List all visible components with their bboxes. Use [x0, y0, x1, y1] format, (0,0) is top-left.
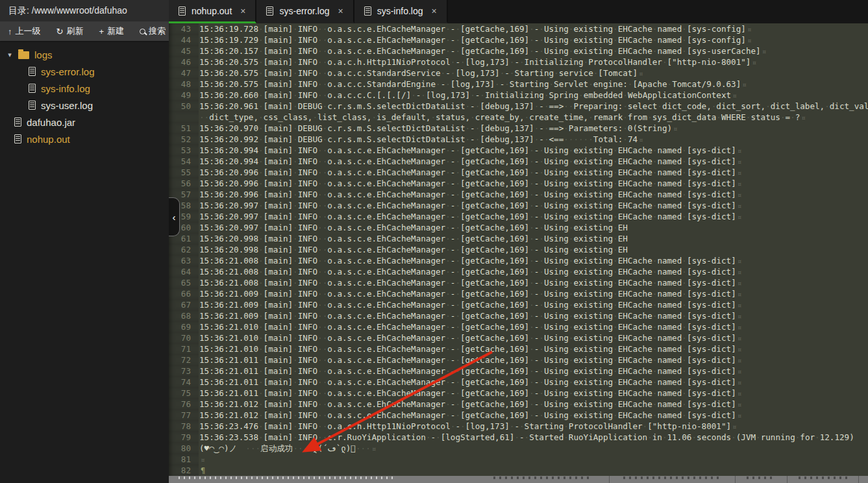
line-text: 15:36:20.970·[main]·DEBUG·c.r.s.m.S.sele…	[199, 123, 868, 134]
tab-label: nohup.out	[192, 6, 232, 16]
log-line[interactable]: 7015:36:21.010·[main]·INFO··o.a.s.c.e.Eh…	[169, 332, 868, 343]
refresh-button[interactable]: ↻ 刷新	[56, 25, 84, 37]
close-icon[interactable]: ×	[336, 6, 343, 16]
log-line[interactable]: 6715:36:21.009·[main]·INFO··o.a.s.c.e.Eh…	[169, 299, 868, 310]
line-number: 71	[169, 343, 199, 354]
log-line[interactable]: 7615:36:21.012·[main]·INFO··o.a.s.c.e.Eh…	[169, 399, 868, 410]
sidebar-toolbar: ↑ 上一级 ↻ 刷新 + 新建 搜索	[0, 21, 169, 41]
log-line[interactable]: ··dict_type,·css_class,·list_class,·is_d…	[169, 112, 868, 123]
log-line[interactable]: 5115:36:20.970·[main]·DEBUG·c.r.s.m.S.se…	[169, 123, 868, 134]
log-line[interactable]: 7415:36:21.011·[main]·INFO··o.a.s.c.e.Eh…	[169, 377, 868, 388]
close-icon[interactable]: ×	[429, 6, 437, 16]
log-line[interactable]: 4615:36:20.575·[main]·INFO··o.a.c.h.Http…	[169, 56, 868, 68]
line-text: 15:36:23.476·[main]·INFO··o.a.c.h.Http11…	[199, 421, 868, 432]
search-label: 搜索	[149, 25, 166, 37]
log-line[interactable]: 5315:36:20.994·[main]·INFO··o.a.s.c.e.Eh…	[169, 145, 868, 156]
log-line[interactable]: 5015:36:20.961·[main]·DEBUG·c.r.s.m.S.se…	[169, 101, 868, 112]
log-line[interactable]: 6915:36:21.010·[main]·INFO··o.a.s.c.e.Eh…	[169, 321, 868, 332]
log-line[interactable]: 7115:36:21.010·[main]·INFO··o.a.s.c.e.Eh…	[169, 343, 868, 354]
line-text: (♥◠‿◠)ノ゙···启动成功····ლ(´ڡ`ლ)゙···¤	[199, 443, 868, 454]
tab-sys-info.log[interactable]: sys-info.log×	[354, 0, 448, 23]
sidebar-collapse-handle[interactable]: ‹	[169, 197, 180, 236]
log-line[interactable]: 7915:36:23.538·[main]·INFO··c.r.RuoYiApp…	[169, 432, 868, 443]
tree-file-sys-user.log[interactable]: sys-user.log	[0, 97, 169, 114]
line-number: 67	[169, 299, 199, 310]
tree-item-label: logs	[34, 49, 53, 60]
log-line[interactable]: 5715:36:20.996·[main]·INFO··o.a.s.c.e.Eh…	[169, 189, 868, 200]
line-text: 15:36:20.575·[main]·INFO··o.a.c.h.Http11…	[199, 56, 868, 68]
log-line[interactable]: 6015:36:20.997·[main]·INFO··o.a.s.c.e.Eh…	[169, 222, 868, 233]
tree-file-sys-info.log[interactable]: sys-info.log	[0, 80, 169, 97]
log-line[interactable]: 4315:36:19.728·[main]·INFO··o.a.s.c.e.Eh…	[169, 23, 868, 34]
log-line[interactable]: 6615:36:21.009·[main]·INFO··o.a.s.c.e.Eh…	[169, 288, 868, 299]
log-line[interactable]: 4415:36:19.729·[main]·INFO··o.a.s.c.e.Eh…	[169, 34, 868, 45]
line-text: ··dict_type,·css_class,·list_class,·is_d…	[199, 112, 868, 123]
file-icon	[29, 67, 36, 76]
line-number: 48	[169, 79, 199, 90]
log-line[interactable]: 6415:36:21.008·[main]·INFO··o.a.s.c.e.Eh…	[169, 266, 868, 277]
line-text: 15:36:19.729·[main]·INFO··o.a.s.c.e.EhCa…	[199, 34, 868, 45]
log-line[interactable]: 4515:36:20.157·[main]·INFO··o.a.s.c.e.Eh…	[169, 45, 868, 56]
line-text: 15:36:21.011·[main]·INFO··o.a.s.c.e.EhCa…	[199, 377, 868, 388]
log-line[interactable]: 6115:36:20.998·[main]·INFO··o.a.s.c.e.Eh…	[169, 233, 868, 244]
log-line[interactable]: 80(♥◠‿◠)ノ゙···启动成功····ლ(´ڡ`ლ)゙···¤	[169, 443, 868, 454]
tree-folder-logs[interactable]: ▾logs	[0, 46, 169, 63]
new-file-button[interactable]: + 新建	[99, 25, 124, 37]
tab-strip: nohup.out×sys-error.log×sys-info.log×	[169, 0, 868, 23]
log-line[interactable]: 82¶	[169, 465, 868, 476]
log-line[interactable]: 5515:36:20.996·[main]·INFO··o.a.s.c.e.Eh…	[169, 167, 868, 178]
up-arrow-icon: ↑	[8, 27, 12, 36]
file-icon	[29, 101, 36, 110]
tree-file-dafuhao.jar[interactable]: dafuhao.jar	[0, 114, 169, 130]
line-text: 15:36:21.011·[main]·INFO··o.a.s.c.e.EhCa…	[199, 388, 868, 399]
log-line[interactable]: 5615:36:20.996·[main]·INFO··o.a.s.c.e.Eh…	[169, 178, 868, 189]
close-icon[interactable]: ×	[238, 6, 245, 16]
line-number: 56	[169, 178, 199, 189]
line-number: 81	[169, 454, 199, 465]
line-text: 15:36:23.538·[main]·INFO··c.r.RuoYiAppli…	[199, 432, 868, 443]
line-number: 69	[169, 321, 199, 332]
directory-bar: 目录: /www/wwwroot/dafuhao	[0, 0, 169, 21]
line-number: 54	[169, 156, 199, 167]
status-bar	[169, 476, 868, 483]
line-text: 15:36:20.998·[main]·INFO··o.a.s.c.e.EhCa…	[199, 233, 868, 244]
file-icon	[29, 84, 36, 93]
log-line[interactable]: 6515:36:21.008·[main]·INFO··o.a.s.c.e.Eh…	[169, 277, 868, 288]
tree-file-nohup.out[interactable]: nohup.out	[0, 130, 169, 147]
log-line[interactable]: 5415:36:20.994·[main]·INFO··o.a.s.c.e.Eh…	[169, 156, 868, 167]
tree-file-sys-error.log[interactable]: sys-error.log	[0, 63, 169, 80]
log-line[interactable]: 7815:36:23.476·[main]·INFO··o.a.c.h.Http…	[169, 421, 868, 432]
log-line[interactable]: 7315:36:21.011·[main]·INFO··o.a.s.c.e.Eh…	[169, 365, 868, 377]
log-line[interactable]: 7515:36:21.011·[main]·INFO··o.a.s.c.e.Eh…	[169, 388, 868, 399]
log-line[interactable]: 7715:36:21.012·[main]·INFO··o.a.s.c.e.Eh…	[169, 410, 868, 421]
line-number: 62	[169, 244, 199, 255]
log-editor[interactable]: 4315:36:19.728·[main]·INFO··o.a.s.c.e.Eh…	[169, 23, 868, 476]
up-level-button[interactable]: ↑ 上一级	[8, 25, 41, 37]
search-button[interactable]: 搜索	[140, 25, 166, 37]
log-line[interactable]: 6215:36:20.998·[main]·INFO··o.a.s.c.e.Eh…	[169, 244, 868, 255]
line-text: ¤	[199, 454, 868, 465]
log-line[interactable]: 6315:36:21.008·[main]·INFO··o.a.s.c.e.Eh…	[169, 255, 868, 266]
tab-label: sys-info.log	[377, 6, 423, 16]
file-icon	[14, 134, 21, 143]
log-line[interactable]: 7215:36:21.011·[main]·INFO··o.a.s.c.e.Eh…	[169, 354, 868, 365]
log-line[interactable]: 4815:36:20.575·[main]·INFO··o.a.c.c.Stan…	[169, 79, 868, 90]
line-text: 15:36:21.008·[main]·INFO··o.a.s.c.e.EhCa…	[199, 266, 868, 277]
log-line[interactable]: 5815:36:20.997·[main]·INFO··o.a.s.c.e.Eh…	[169, 200, 868, 211]
line-text: 15:36:20.997·[main]·INFO··o.a.s.c.e.EhCa…	[199, 200, 868, 211]
line-number: 68	[169, 310, 199, 321]
folder-icon	[18, 51, 29, 59]
log-line[interactable]: 4915:36:20.660·[main]·INFO··o.a.c.c.C.[.…	[169, 90, 868, 101]
log-line[interactable]: 5215:36:20.992·[main]·DEBUG·c.r.s.m.S.se…	[169, 134, 868, 145]
plus-icon: +	[99, 27, 104, 36]
tab-nohup.out[interactable]: nohup.out×	[169, 0, 256, 23]
caret-down-icon[interactable]: ▾	[6, 51, 13, 59]
line-number: 51	[169, 123, 199, 134]
log-line[interactable]: 6815:36:21.009·[main]·INFO··o.a.s.c.e.Eh…	[169, 310, 868, 321]
statusbar-separator	[735, 476, 736, 483]
log-line[interactable]: 4715:36:20.575·[main]·INFO··o.a.c.c.Stan…	[169, 68, 868, 79]
log-line[interactable]: 81¤	[169, 454, 868, 465]
log-line[interactable]: 5915:36:20.997·[main]·INFO··o.a.s.c.e.Eh…	[169, 211, 868, 222]
tab-sys-error.log[interactable]: sys-error.log×	[256, 0, 354, 23]
line-number: 46	[169, 56, 199, 68]
